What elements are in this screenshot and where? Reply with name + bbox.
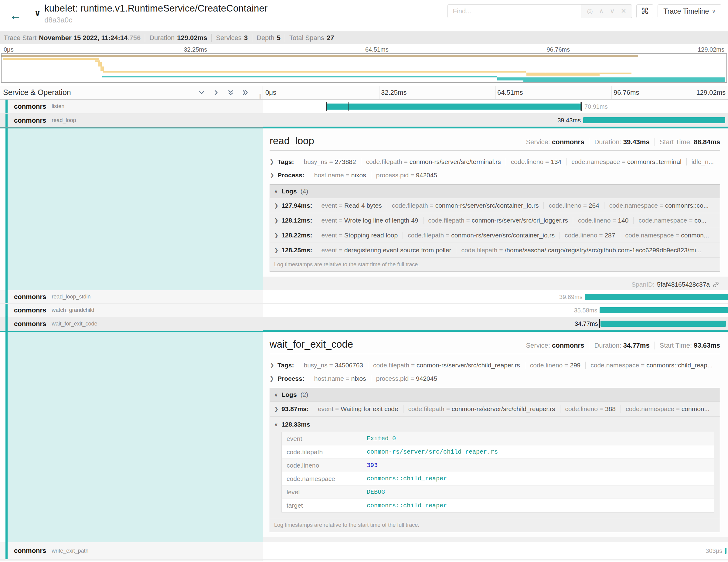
clear-find-icon[interactable]: ✕ bbox=[621, 8, 626, 15]
keyboard-shortcuts-button[interactable]: ⌘ bbox=[636, 4, 653, 18]
log-entry[interactable]: ❯ 128.12ms: eventWrote log line of lengt… bbox=[270, 213, 720, 228]
span-row-read-loop[interactable]: conmonrs read_loop 39.43ms bbox=[0, 114, 728, 128]
chevron-down-icon: ∨ bbox=[274, 188, 278, 195]
span-row-watch-grandchild[interactable]: conmonrs watch_grandchild 35.58ms bbox=[0, 304, 728, 317]
divider bbox=[270, 354, 720, 354]
span-name-cell: conmonrs watch_grandchild bbox=[0, 304, 263, 317]
log-kv-row: event Exited 0 bbox=[282, 432, 714, 445]
span-bar[interactable]: 35.58ms bbox=[600, 307, 728, 313]
logs-header[interactable]: ∨ Logs (2) bbox=[270, 388, 720, 401]
log-kv-value: DEBUG bbox=[364, 486, 388, 498]
log-field-pill: code.lineno264 bbox=[544, 202, 604, 209]
span-bar[interactable]: 39.69ms bbox=[585, 294, 728, 300]
span-row-listen[interactable]: conmonrs listen 70.91ms bbox=[0, 100, 728, 114]
prev-match-icon[interactable]: ∧ bbox=[599, 8, 604, 15]
detail-operation-name: read_loop bbox=[270, 135, 314, 147]
minimap-span-bar bbox=[600, 73, 631, 74]
logs-box: ∨ Logs (4) ❯ 127.94ms: eventRea bbox=[270, 184, 720, 272]
span-service: conmonrs bbox=[14, 103, 46, 111]
minimap-tick: 32.25ms bbox=[184, 46, 207, 53]
detail-card: read_loop Service: conmonrs Duration: 39… bbox=[263, 128, 728, 277]
log-entry[interactable]: ❯ 128.25ms: eventderegistering event sou… bbox=[270, 243, 720, 257]
span-color-accent bbox=[5, 128, 8, 290]
minimap-span-bar bbox=[98, 62, 102, 66]
logs-label: Logs bbox=[281, 391, 297, 398]
title-collapse-chevron-icon[interactable]: ∨ bbox=[34, 9, 41, 18]
expanded-log-header[interactable]: ∨ 128.33ms bbox=[273, 420, 717, 432]
process-row[interactable]: ❯ Process: host.namenixosprocess.pid9420… bbox=[270, 372, 720, 385]
collapse-one-icon[interactable] bbox=[198, 89, 206, 97]
stat-trace-start: Trace Start November 15 2022, 11:24:14.7… bbox=[4, 34, 145, 42]
tag-pill: code.filepathconmon-rs/server/src/termin… bbox=[361, 158, 506, 165]
log-entry[interactable]: ❯ 127.94ms: eventRead 4 bytescode.filepa… bbox=[270, 198, 720, 213]
log-entry[interactable]: ❯ 128.22ms: eventStopping read loopcode.… bbox=[270, 228, 720, 243]
column-resize-handle[interactable]: ∥ bbox=[259, 93, 261, 99]
span-row-wait-for-exit-code[interactable]: conmonrs wait_for_exit_code 34.77ms bbox=[0, 317, 728, 331]
stat-value: November 15 2022, 11:24:14 bbox=[39, 34, 128, 42]
meta-value: 93.63ms bbox=[694, 342, 720, 349]
tags-row[interactable]: ❯ Tags: busy_ns34506763code.filepathconm… bbox=[270, 359, 720, 372]
service-operation-title: Service & Operation bbox=[3, 88, 71, 97]
stat-depth: Depth 5 bbox=[252, 34, 285, 42]
stat-label: Trace Start bbox=[4, 34, 36, 42]
detail-operation-name: wait_for_exit_code bbox=[270, 339, 353, 350]
log-field-pill: code.namespaceconmonrs::co... bbox=[604, 202, 713, 209]
logs-label: Logs bbox=[281, 188, 297, 195]
span-bar[interactable]: 39.43ms bbox=[583, 117, 725, 123]
meta-label: Duration: bbox=[594, 342, 621, 349]
span-row-read-loop-stdin[interactable]: conmonrs read_loop_stdin 39.69ms bbox=[0, 290, 728, 304]
axis-tick: 96.76ms bbox=[614, 89, 639, 97]
span-name-cell: conmonrs write_exit_path bbox=[0, 542, 263, 560]
view-selector-button[interactable]: Trace Timeline ∨ bbox=[658, 4, 721, 18]
process-row[interactable]: ❯ Process: host.namenixosprocess.pid9420… bbox=[270, 169, 720, 182]
log-field-pill: eventWrote log line of length 49 bbox=[317, 217, 424, 224]
span-operation: watch_grandchild bbox=[52, 307, 94, 313]
expand-one-icon[interactable] bbox=[212, 89, 220, 97]
tag-pill: idle_n... bbox=[687, 158, 719, 165]
collapse-all-icon[interactable] bbox=[227, 89, 235, 97]
back-button[interactable]: ← bbox=[0, 0, 31, 31]
minimap-canvas[interactable] bbox=[1, 53, 727, 83]
span-bar[interactable]: 303μs bbox=[725, 548, 726, 554]
stat-duration: Duration 129.02ms bbox=[145, 34, 212, 42]
next-match-icon[interactable]: ∨ bbox=[610, 8, 615, 15]
detail-content: read_loop Service: conmonrs Duration: 39… bbox=[263, 128, 728, 290]
log-fields: eventStopping read loopcode.filepathconm… bbox=[317, 232, 714, 239]
span-service: conmonrs bbox=[14, 547, 46, 555]
timeline-axis: 0μs 32.25ms 64.51ms 96.76ms 129.02ms bbox=[263, 86, 728, 99]
log-timestamp: 128.33ms bbox=[281, 421, 310, 428]
span-operation: read_loop bbox=[52, 117, 76, 124]
copy-link-icon[interactable] bbox=[712, 281, 719, 288]
span-bar-cell: 303μs bbox=[263, 542, 728, 560]
expand-all-icon[interactable] bbox=[241, 89, 249, 97]
log-field-pill: code.namespaceconmon... bbox=[621, 405, 714, 413]
log-entries: ❯ 93.87ms: eventWaiting for exit codecod… bbox=[270, 401, 720, 416]
match-locate-icon[interactable]: ◎ bbox=[587, 8, 593, 15]
log-marker bbox=[581, 102, 582, 111]
next-row-partial bbox=[0, 560, 728, 561]
span-duration-label: 34.77ms bbox=[575, 320, 598, 327]
span-bar[interactable]: 34.77ms bbox=[600, 321, 726, 327]
minimap-span-bar bbox=[100, 66, 104, 71]
minimap-span-bar bbox=[102, 76, 497, 77]
tags-row[interactable]: ❯ Tags: busy_ns273882code.filepathconmon… bbox=[270, 155, 720, 169]
logs-header[interactable]: ∨ Logs (4) bbox=[270, 185, 720, 198]
stat-value: 129.02ms bbox=[177, 34, 207, 42]
spanid-label: SpanID: bbox=[631, 281, 655, 288]
top-bar-controls: ◎ ∧ ∨ ✕ ⌘ Trace Timeline ∨ bbox=[447, 4, 721, 18]
stat-value: 3 bbox=[244, 34, 248, 42]
span-bar-cell: 35.58ms bbox=[263, 304, 728, 317]
chevron-down-icon: ∨ bbox=[274, 392, 278, 398]
detail-indent-column bbox=[0, 332, 263, 542]
log-kv-row: code.namespace conmonrs::child_reaper bbox=[282, 472, 714, 485]
log-field-pill: eventRead 4 bytes bbox=[317, 202, 387, 209]
log-kv-key: level bbox=[282, 486, 364, 498]
log-entry[interactable]: ❯ 93.87ms: eventWaiting for exit codecod… bbox=[270, 401, 720, 416]
span-bar[interactable]: 70.91ms bbox=[326, 104, 582, 110]
log-kv-key: target bbox=[282, 499, 364, 512]
span-operation: listen bbox=[52, 103, 64, 110]
chevron-right-icon: ❯ bbox=[270, 375, 277, 382]
find-input[interactable] bbox=[447, 4, 581, 18]
log-fields: eventWaiting for exit codecode.filepathc… bbox=[313, 405, 714, 413]
span-row-write-exit-path[interactable]: conmonrs write_exit_path 303μs bbox=[0, 542, 728, 560]
